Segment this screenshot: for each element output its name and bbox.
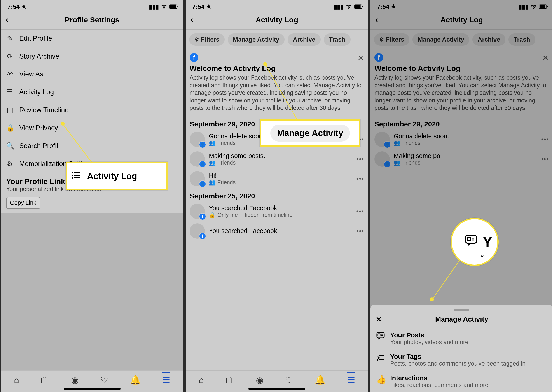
sheet-row-your-posts[interactable]: Your Posts Your photos, videos and more	[371, 328, 552, 349]
row-edit-profile[interactable]: ✎ Edit Profile	[1, 29, 183, 48]
nav-home-icon[interactable]: ⌂	[199, 375, 204, 385]
avatar	[374, 132, 390, 147]
row-label: View As	[19, 70, 43, 78]
log-item[interactable]: Making some posts. 👥Friends •••	[186, 149, 368, 169]
log-item[interactable]: Making some po 👥Friends •••	[371, 149, 552, 169]
nav-notifications-icon[interactable]: 🔔	[130, 375, 141, 385]
chip-filters[interactable]: ⚙Filters	[189, 34, 225, 46]
sheet-row-title: Interactions	[390, 374, 488, 382]
nav-groups-icon[interactable]: ◉	[256, 375, 263, 385]
log-item[interactable]: You searched Facebook •••	[186, 221, 368, 241]
home-indicator	[64, 388, 120, 390]
sheet-row-sub: Posts, photos and comments you've been t…	[390, 360, 525, 367]
chip-filters[interactable]: ⚙Filters	[374, 34, 409, 46]
battery-icon	[539, 3, 548, 10]
page-title: Activity Log	[371, 15, 552, 24]
back-button[interactable]: ‹	[374, 15, 379, 25]
row-story-archive[interactable]: ⟳ Story Archive	[1, 48, 183, 65]
svg-point-15	[72, 175, 73, 176]
avatar	[190, 171, 205, 186]
facebook-badge-icon	[199, 213, 206, 220]
avatar	[190, 204, 205, 219]
header: ‹ Profile Settings	[1, 12, 183, 29]
callout-manage-activity: Manage Activity	[260, 119, 360, 147]
log-text: Making some po	[394, 152, 537, 160]
copy-link-button[interactable]: Copy Link	[6, 197, 40, 209]
welcome-title: Welcome to Activity Log	[190, 64, 364, 73]
row-label: Review Timeline	[19, 106, 69, 114]
sheet-row-your-tags[interactable]: 🏷 Your Tags Posts, photos and comments y…	[371, 349, 552, 371]
posts-icon	[464, 235, 478, 250]
row-activity-log[interactable]: ☰ Activity Log	[1, 83, 183, 101]
svg-rect-8	[547, 6, 548, 7]
filter-chips: ⚙Filters Manage Activity Archive Trash	[186, 29, 368, 50]
close-card-button[interactable]: ✕	[542, 54, 548, 62]
sliders-icon: ⚙	[194, 36, 199, 43]
sliders-icon: ⚙	[379, 36, 384, 43]
chip-trash[interactable]: Trash	[509, 34, 535, 46]
facebook-logo-icon: f	[374, 53, 383, 62]
more-button[interactable]: •••	[357, 208, 364, 215]
battery-icon	[169, 3, 179, 10]
log-item[interactable]: Gonna delete soon. 👥Friends •••	[371, 129, 552, 149]
back-button[interactable]: ‹	[5, 15, 9, 25]
more-button[interactable]: •••	[541, 155, 549, 162]
callout-label: Activity Log	[87, 171, 137, 181]
bottom-nav: ⌂ ⛫ ◉ ♡ 🔔 ☰	[1, 370, 183, 386]
chip-manage-activity[interactable]: Manage Activity	[413, 34, 469, 46]
svg-rect-20	[467, 237, 470, 241]
nav-home-icon[interactable]: ⌂	[14, 375, 19, 385]
svg-rect-2	[177, 6, 178, 7]
nav-dating-icon[interactable]: ♡	[285, 375, 293, 385]
log-item[interactable]: Hi! 👥Friends •••	[186, 169, 368, 189]
more-button[interactable]: •••	[357, 227, 364, 235]
nav-marketplace-icon[interactable]: ⛫	[226, 375, 234, 385]
sheet-row-sub: Likes, reactions, comments and more	[390, 382, 488, 389]
wifi-icon	[531, 3, 537, 10]
more-button[interactable]: •••	[541, 136, 549, 143]
lock-icon: 🔒	[209, 212, 216, 218]
sheet-grabber[interactable]	[454, 309, 469, 311]
sheet-row-interactions[interactable]: 👍 Interactions Likes, reactions, comment…	[371, 371, 552, 392]
log-item[interactable]: You searched Facebook 🔒Only me · Hidden …	[186, 202, 368, 221]
battery-icon	[354, 3, 363, 10]
avatar	[190, 132, 205, 147]
nav-menu-icon[interactable]: ☰	[163, 372, 170, 385]
callout-your-posts: Y ⌄	[450, 218, 499, 266]
nav-groups-icon[interactable]: ◉	[71, 375, 79, 385]
back-button[interactable]: ‹	[190, 15, 194, 25]
nav-menu-icon[interactable]: ☰	[347, 372, 355, 385]
more-button[interactable]: •••	[357, 175, 364, 182]
nav-marketplace-icon[interactable]: ⛫	[41, 375, 49, 385]
friends-icon: 👥	[209, 160, 216, 166]
row-view-as[interactable]: 👁 View As	[1, 65, 183, 83]
chip-archive[interactable]: Archive	[288, 34, 321, 46]
sheet-title: Manage Activity	[435, 315, 488, 323]
more-button[interactable]: •••	[357, 155, 364, 162]
close-sheet-button[interactable]: ✕	[376, 315, 382, 323]
chip-archive[interactable]: Archive	[472, 34, 505, 46]
close-card-button[interactable]: ✕	[358, 54, 364, 62]
date-heading: September 25, 2020	[186, 189, 368, 202]
chip-manage-activity[interactable]: Manage Activity	[228, 34, 284, 46]
row-review-timeline[interactable]: ▤ Review Timeline	[1, 101, 183, 119]
log-audience: Friends	[402, 160, 420, 166]
pencil-icon: ✎	[6, 34, 14, 42]
log-text: You searched Facebook	[209, 227, 352, 235]
row-search-profile[interactable]: 🔍 Search Profil	[1, 137, 183, 155]
nav-notifications-icon[interactable]: 🔔	[315, 375, 326, 385]
status-time: 7:54	[192, 3, 205, 10]
svg-rect-5	[362, 6, 363, 7]
list-icon: ☰	[6, 88, 14, 96]
chip-trash[interactable]: Trash	[324, 34, 351, 46]
log-text: Gonna delete soon.	[394, 133, 537, 140]
tag-icon: 🏷	[376, 353, 385, 363]
log-audience: Friends	[217, 179, 235, 185]
nav-dating-icon[interactable]: ♡	[100, 375, 108, 385]
person-badge-icon	[199, 161, 206, 168]
status-bar: 7:54 ➤ ▮▮▮	[371, 0, 552, 12]
sheet-row-title: Your Posts	[390, 331, 469, 339]
chevron-down-icon: ⌄	[480, 251, 485, 259]
row-view-privacy[interactable]: 🔒 View Privacy	[1, 119, 183, 137]
header: ‹ Activity Log	[371, 12, 552, 29]
